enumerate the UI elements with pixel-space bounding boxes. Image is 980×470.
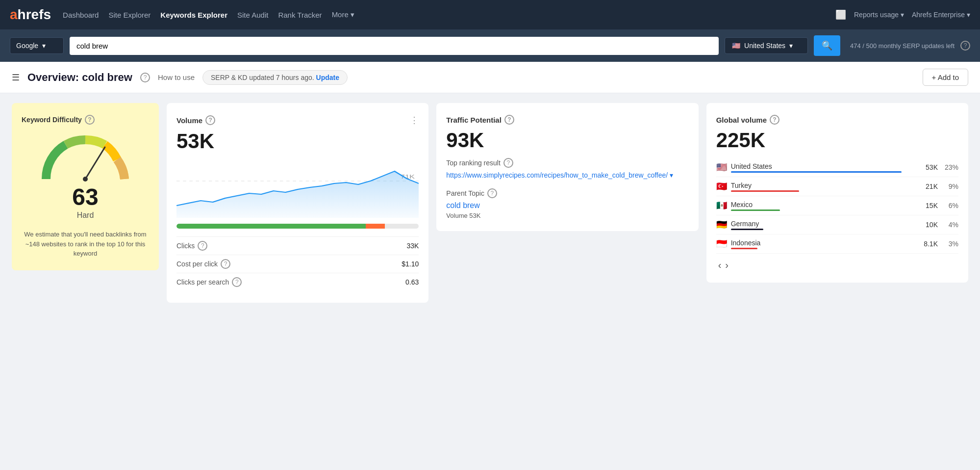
list-item: 🇹🇷 Turkey 21K 9% <box>716 177 958 196</box>
volume-menu-icon[interactable]: ⋮ <box>410 115 419 126</box>
volume-chart: 71K <box>176 159 419 218</box>
list-item: 🇺🇸 United States 53K 23% <box>716 158 958 177</box>
overview-help-icon[interactable]: ? <box>140 73 150 82</box>
top-result-help-icon[interactable]: ? <box>503 158 513 168</box>
serp-updates-help[interactable]: ? <box>960 41 970 51</box>
list-item: 🇩🇪 Germany 10K 4% <box>716 215 958 235</box>
country-name-text: Germany <box>731 220 921 228</box>
country-name-text: Turkey <box>731 182 921 189</box>
country-bar <box>731 229 763 230</box>
page-title: Overview: cold brew <box>27 71 132 84</box>
content-header: ☰ Overview: cold brew ? How to use SERP … <box>0 62 980 93</box>
progress-orange <box>366 224 385 229</box>
logo[interactable]: ahrefs <box>10 7 51 23</box>
nav-site-audit[interactable]: Site Audit <box>237 11 268 19</box>
kd-difficulty: Hard <box>22 211 149 220</box>
country-pct: 6% <box>944 202 958 209</box>
country-bar <box>731 171 902 173</box>
cards-container: Keyword Difficulty ? 63 Hard We estimate… <box>0 93 980 313</box>
engine-select[interactable]: Google ▾ <box>10 37 64 54</box>
nav-site-explorer[interactable]: Site Explorer <box>108 11 151 19</box>
cps-value: 0.63 <box>405 278 419 286</box>
volume-value: 53K <box>176 130 419 153</box>
country-pct: 9% <box>944 183 958 190</box>
list-item: 🇲🇽 Mexico 15K 6% <box>716 196 958 215</box>
global-title: Global volume ? <box>716 115 779 125</box>
update-badge: SERP & KD updated 7 hours ago. Update <box>202 70 348 85</box>
next-arrow[interactable]: › <box>725 260 729 271</box>
country-bar <box>731 248 757 249</box>
list-item: 🇮🇩 Indonesia 8.1K 3% <box>716 235 958 254</box>
search-button[interactable]: 🔍 <box>814 35 840 56</box>
nav-dashboard[interactable]: Dashboard <box>63 11 99 19</box>
cpc-value: $1.10 <box>402 260 419 268</box>
nav-right: ⬜ Reports usage ▾ Ahrefs Enterprise ▾ <box>835 9 970 20</box>
country-vol: 53K <box>921 163 938 171</box>
clicks-help-icon[interactable]: ? <box>198 241 207 251</box>
traffic-potential-card: Traffic Potential ? 93K Top ranking resu… <box>436 103 698 231</box>
country-vol: 15K <box>921 202 938 209</box>
nav-keywords-explorer[interactable]: Keywords Explorer <box>160 11 227 19</box>
country-select[interactable]: 🇺🇸 United States ▾ <box>725 37 808 54</box>
traffic-header: Traffic Potential ? <box>446 115 688 125</box>
pagination-arrows: ‹ › <box>716 260 958 271</box>
serp-updates-text: 474 / 500 monthly SERP updates left <box>850 42 955 50</box>
volume-header: Volume ? ⋮ <box>176 115 419 126</box>
gauge-container <box>22 132 149 182</box>
search-input[interactable] <box>70 37 719 55</box>
flag-icon: 🇮🇩 <box>716 238 727 249</box>
kd-help-icon[interactable]: ? <box>85 115 95 125</box>
top-result-url[interactable]: https://www.simplyrecipes.com/recipes/ho… <box>446 171 688 181</box>
volume-note: Volume 53K <box>446 212 688 219</box>
cps-help-icon[interactable]: ? <box>232 277 242 287</box>
nav-more[interactable]: More ▾ <box>332 10 354 19</box>
country-name-text: Mexico <box>731 201 921 209</box>
country-vol: 21K <box>921 183 938 190</box>
country-chevron: ▾ <box>789 42 793 50</box>
country-bar <box>731 190 799 192</box>
country-name-text: Indonesia <box>731 239 921 247</box>
svg-line-1 <box>85 147 105 179</box>
menu-icon[interactable]: ☰ <box>12 72 20 83</box>
traffic-value: 93K <box>446 129 688 152</box>
nav-rank-tracker[interactable]: Rank Tracker <box>278 11 322 19</box>
country-pct: 4% <box>944 221 958 229</box>
kd-card-label: Keyword Difficulty ? <box>22 115 149 125</box>
add-to-button[interactable]: + Add to <box>923 69 968 86</box>
flag-icon: 🇺🇸 <box>732 42 740 50</box>
how-to-use-link[interactable]: How to use <box>158 73 195 81</box>
traffic-title: Traffic Potential ? <box>446 115 514 125</box>
traffic-help-icon[interactable]: ? <box>504 115 514 125</box>
cpc-row: Cost per click ? $1.10 <box>176 255 419 273</box>
country-list: 🇺🇸 United States 53K 23% 🇹🇷 Turkey 21K 9… <box>716 158 958 254</box>
clicks-row: Clicks ? 33K <box>176 236 419 255</box>
monitor-icon[interactable]: ⬜ <box>835 9 846 20</box>
update-text: SERP & KD updated 7 hours ago. <box>211 74 314 81</box>
parent-topic-link[interactable]: cold brew <box>446 201 688 210</box>
global-header: Global volume ? <box>716 115 958 125</box>
parent-topic-help-icon[interactable]: ? <box>487 188 497 198</box>
kd-description: We estimate that you'll need backlinks f… <box>22 230 149 259</box>
kd-score: 63 <box>22 185 149 209</box>
nav-links: Dashboard Site Explorer Keywords Explore… <box>63 10 354 19</box>
enterprise-btn[interactable]: Ahrefs Enterprise ▾ <box>912 11 970 19</box>
cpc-help-icon[interactable]: ? <box>221 259 230 269</box>
reports-usage-btn[interactable]: Reports usage ▾ <box>854 11 904 19</box>
flag-icon: 🇺🇸 <box>716 162 727 173</box>
prev-arrow[interactable]: ‹ <box>718 260 722 271</box>
country-bar <box>731 209 780 211</box>
engine-chevron: ▾ <box>42 42 46 50</box>
top-nav: ahrefs Dashboard Site Explorer Keywords … <box>0 0 980 29</box>
update-link[interactable]: Update <box>316 74 339 81</box>
volume-sparkline: 71K <box>176 159 419 218</box>
country-pct: 3% <box>944 240 958 248</box>
cps-row: Clicks per search ? 0.63 <box>176 273 419 291</box>
flag-icon: 🇲🇽 <box>716 200 727 211</box>
global-value: 225K <box>716 129 958 152</box>
parent-topic-label: Parent Topic ? <box>446 188 688 198</box>
volume-help-icon[interactable]: ? <box>205 115 215 125</box>
flag-icon: 🇹🇷 <box>716 181 727 192</box>
country-pct: 23% <box>944 163 958 171</box>
global-help-icon[interactable]: ? <box>770 115 779 125</box>
search-bar: Google ▾ 🇺🇸 United States ▾ 🔍 474 / 500 … <box>0 29 980 62</box>
